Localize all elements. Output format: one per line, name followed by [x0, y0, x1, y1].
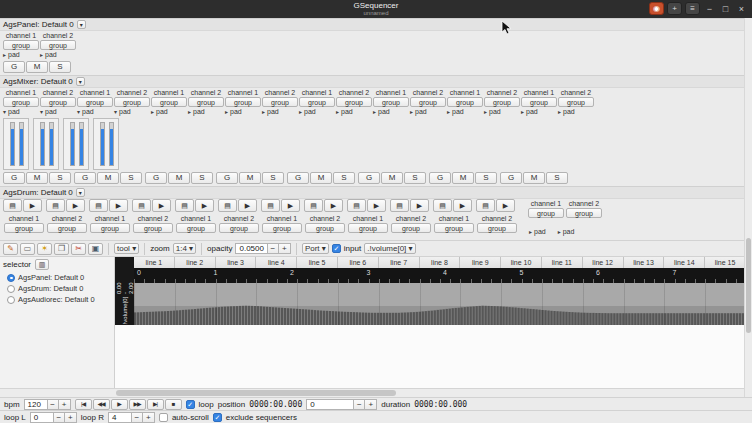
group-button[interactable]: group [410, 97, 446, 107]
input-port-combo[interactable]: .!volume[0] ▾ [364, 243, 415, 254]
vertical-scrollbar[interactable] [744, 18, 752, 397]
volume-slider[interactable] [107, 121, 115, 167]
group-button[interactable]: group [305, 223, 345, 233]
group-button[interactable]: group [348, 223, 388, 233]
volume-slider[interactable] [47, 121, 55, 167]
group-button[interactable]: group [4, 223, 44, 233]
play-pad-button[interactable]: ▶ [367, 199, 386, 212]
group-toggle[interactable]: G [500, 172, 522, 184]
group-toggle[interactable]: G [216, 172, 238, 184]
loop-right-decrement-button[interactable]: − [131, 412, 143, 423]
pad-expander[interactable]: ▸pad [558, 220, 575, 238]
solo-toggle[interactable]: S [475, 172, 497, 184]
machine-menu-combo[interactable]: ▾ [76, 77, 85, 86]
radio-icon[interactable] [7, 274, 15, 282]
pad-expander[interactable]: ▾pad [77, 107, 114, 116]
volume-slider[interactable] [38, 121, 46, 167]
bpm-value[interactable]: 120 [24, 399, 47, 410]
group-button[interactable]: group [566, 208, 602, 218]
horizontal-scrollbar[interactable] [0, 388, 752, 397]
group-button[interactable]: group [90, 223, 130, 233]
select-wand-tool[interactable]: ✶ [37, 243, 52, 255]
loop-checkbox[interactable]: ✓ [186, 400, 195, 409]
loop-left-increment-button[interactable]: + [65, 412, 77, 423]
pad-expander[interactable]: ▸pad [410, 107, 447, 116]
jump-end-button[interactable]: ▶| [147, 399, 164, 410]
pad-expander[interactable]: ▸pad [188, 107, 225, 116]
loop-right-value[interactable]: 4 [108, 412, 131, 423]
cut-scissors-tool[interactable]: ✂ [71, 243, 86, 255]
group-button[interactable]: group [262, 223, 302, 233]
play-pad-button[interactable]: ▶ [238, 199, 257, 212]
volume-slider[interactable] [17, 121, 25, 167]
solo-toggle[interactable]: S [262, 172, 284, 184]
auto-scroll-checkbox[interactable] [159, 413, 168, 422]
play-pad-button[interactable]: ▶ [109, 199, 128, 212]
vertical-scrollbar-thumb[interactable] [746, 238, 751, 333]
solo-toggle[interactable]: S [546, 172, 568, 184]
pad-expander[interactable]: ▸pad [336, 107, 373, 116]
exclude-sequencers-checkbox[interactable]: ✓ [213, 413, 222, 422]
solo-toggle[interactable]: S [49, 172, 71, 184]
group-button[interactable]: group [447, 97, 483, 107]
play-pad-button[interactable]: ▶ [152, 199, 171, 212]
group-toggle[interactable]: G [3, 61, 25, 73]
position-ruler[interactable]: 01234567 [134, 268, 745, 283]
play-pad-button[interactable]: ▶ [195, 199, 214, 212]
port-combo[interactable]: Port ▾ [302, 243, 329, 254]
solo-toggle[interactable]: S [120, 172, 142, 184]
group-button[interactable]: group [3, 97, 39, 107]
mute-toggle[interactable]: M [26, 61, 48, 73]
mute-toggle[interactable]: M [310, 172, 332, 184]
group-button[interactable]: group [477, 223, 517, 233]
pad-expander[interactable]: ▸pad [529, 220, 546, 238]
input-checkbox[interactable]: ✓ [332, 244, 341, 253]
open-sample-button[interactable]: ▤ [89, 199, 108, 212]
jump-start-button[interactable]: |◀ [75, 399, 92, 410]
group-toggle[interactable]: G [3, 172, 25, 184]
opacity-decrement-button[interactable]: − [267, 243, 279, 254]
pad-expander[interactable]: ▸pad [373, 107, 410, 116]
pad-expander[interactable]: ▸pad [262, 107, 299, 116]
group-button[interactable]: group [47, 223, 87, 233]
group-button[interactable]: group [77, 97, 113, 107]
pad-expander[interactable]: ▾pad [3, 107, 40, 116]
offset-increment-button[interactable]: + [365, 399, 377, 410]
group-toggle[interactable]: G [145, 172, 167, 184]
tool-combo[interactable]: tool ▾ [114, 243, 139, 254]
machine-radio-item[interactable]: AgsPanel: Default 0 [0, 272, 114, 283]
mute-toggle[interactable]: M [26, 172, 48, 184]
pad-expander[interactable]: ▸pad [151, 107, 188, 116]
bpm-increment-button[interactable]: + [59, 399, 71, 410]
group-button[interactable]: group [521, 97, 557, 107]
open-sample-button[interactable]: ▤ [476, 199, 495, 212]
machine-radio-item[interactable]: AgsDrum: Default 0 [0, 283, 114, 294]
group-button[interactable]: group [373, 97, 409, 107]
pad-expander[interactable]: ▾pad [114, 107, 151, 116]
group-toggle[interactable]: G [358, 172, 380, 184]
loop-left-value[interactable]: 0 [30, 412, 53, 423]
group-button[interactable]: group [176, 223, 216, 233]
bpm-decrement-button[interactable]: − [47, 399, 59, 410]
group-button[interactable]: group [299, 97, 335, 107]
machine-radio-item[interactable]: AgsAudiorec: Default 0 [0, 294, 114, 305]
mute-toggle[interactable]: M [239, 172, 261, 184]
group-button[interactable]: group [391, 223, 431, 233]
loop-left-decrement-button[interactable]: − [53, 412, 65, 423]
pad-expander[interactable]: ▸pad [225, 107, 262, 116]
pad-expander[interactable]: ▸pad [3, 50, 40, 59]
pad-expander[interactable]: ▾pad [40, 107, 77, 116]
pad-expander[interactable]: ▸pad [299, 107, 336, 116]
zoom-combo[interactable]: 1:4 ▾ [173, 243, 196, 254]
group-button[interactable]: group [484, 97, 520, 107]
status-button[interactable]: ◉ [649, 2, 664, 15]
horizontal-scrollbar-thumb[interactable] [116, 390, 396, 396]
group-button[interactable]: group [558, 97, 594, 107]
group-toggle[interactable]: G [74, 172, 96, 184]
play-pad-button[interactable]: ▶ [496, 199, 515, 212]
volume-slider[interactable] [68, 121, 76, 167]
stop-button[interactable]: ■ [165, 399, 182, 410]
solo-toggle[interactable]: S [333, 172, 355, 184]
open-sample-button[interactable]: ▤ [390, 199, 409, 212]
loop-right-increment-button[interactable]: + [143, 412, 155, 423]
